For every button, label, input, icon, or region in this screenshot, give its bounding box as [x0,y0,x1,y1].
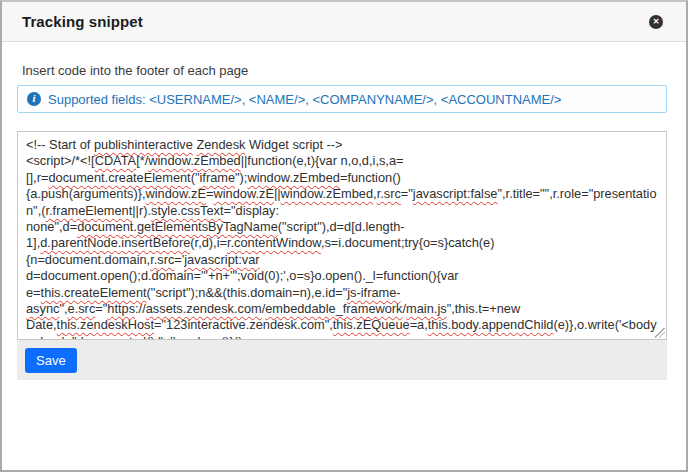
dialog-header: Tracking snippet ✕ [2,2,686,42]
snippet-code-container: <!-- Start of publishinteractive Zendesk… [17,131,667,340]
supported-fields-callout: i Supported fields: <USERNAME/>, <NAME/>… [17,85,667,113]
close-button[interactable]: ✕ [648,14,664,30]
info-icon: i [27,92,41,106]
footer-bar: Save [17,340,667,380]
instruction-text: Insert code into the footer of each page [22,63,666,78]
close-icon: ✕ [649,15,663,29]
supported-fields-text: Supported fields: <USERNAME/>, <NAME/>, … [48,92,561,107]
save-button[interactable]: Save [25,348,77,373]
dialog-title: Tracking snippet [22,13,143,30]
tracking-snippet-dialog: Tracking snippet ✕ Insert code into the … [0,0,688,472]
dialog-body: Insert code into the footer of each page… [2,63,686,380]
textarea-resize-handle[interactable] [655,328,665,338]
snippet-code-textarea[interactable]: <!-- Start of publishinteractive Zendesk… [17,131,667,340]
